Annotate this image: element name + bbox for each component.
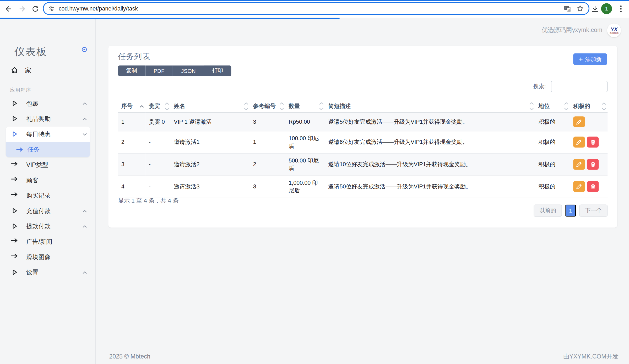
- sidebar-home-label: 家: [25, 67, 31, 74]
- sidebar-item-label: 充值付款: [26, 207, 51, 215]
- sidebar-item-label: VIP类型: [26, 161, 48, 169]
- column-header-label: 地位: [538, 102, 550, 109]
- column-header-参考编号[interactable]: 参考编号: [250, 100, 285, 112]
- cell-ref: 1: [250, 131, 285, 153]
- search-row: 搜索:: [533, 81, 608, 92]
- cell-qty: 1,000.00 印尼盾: [285, 175, 325, 198]
- sidebar-item-广告/新闻[interactable]: 广告/新闻: [0, 234, 96, 249]
- table-row: 2-邀请激活11100.00 印尼盾邀请6位好友完成激活——升级为VIP1并获得…: [118, 131, 608, 153]
- cell-vip: -: [145, 131, 171, 153]
- column-header-简短描述[interactable]: 简短描述: [325, 100, 535, 112]
- column-header-label: 简短描述: [328, 102, 351, 109]
- pagination-previous-button[interactable]: 以前的: [534, 204, 562, 216]
- translate-icon[interactable]: G文: [564, 5, 571, 12]
- sidebar-item-每日特惠[interactable]: 每日特惠: [6, 127, 90, 142]
- delete-button[interactable]: [587, 159, 599, 170]
- sidebar-item-label: 购买记录: [26, 192, 51, 200]
- edit-button[interactable]: [573, 159, 585, 170]
- sidebar-item-顾客[interactable]: 顾客: [0, 173, 96, 188]
- cell-ref: 2: [250, 153, 285, 176]
- download-icon[interactable]: [590, 4, 599, 13]
- url-text: cod.hwymw.net/panel/daily/task: [59, 5, 564, 12]
- sort-icons: [319, 102, 323, 110]
- sidebar-subitem-任务[interactable]: 任务: [6, 142, 90, 157]
- pagination-page-1-button[interactable]: 1: [565, 204, 576, 216]
- edit-button[interactable]: [573, 137, 585, 148]
- sidebar-title: 仪表板: [15, 45, 47, 58]
- column-header-积极的[interactable]: 积极的: [570, 100, 608, 112]
- export-button-pdf[interactable]: PDF: [145, 66, 173, 76]
- cell-actions: [570, 175, 608, 198]
- add-new-button[interactable]: + 添加新: [573, 53, 607, 65]
- sidebar-menu: 包裹礼品奖励每日特惠任务VIP类型顾客购买记录充值付款提款付款广告/新闻滑块图像…: [0, 96, 96, 280]
- column-header-地位[interactable]: 地位: [535, 100, 570, 112]
- cell-no: 2: [118, 131, 145, 153]
- column-header-贵宾[interactable]: 贵宾: [145, 100, 171, 112]
- export-button-json[interactable]: JSON: [173, 66, 204, 76]
- column-header-姓名[interactable]: 姓名: [171, 100, 250, 112]
- sidebar-group-每日特惠: 每日特惠任务: [6, 127, 90, 157]
- search-input[interactable]: [551, 81, 608, 92]
- table-header: 序号贵宾姓名参考编号数量简短描述地位积极的: [118, 100, 608, 112]
- export-button-打印[interactable]: 打印: [204, 66, 231, 76]
- sidebar-item-礼品奖励[interactable]: 礼品奖励: [0, 111, 96, 127]
- plus-icon: +: [579, 56, 583, 63]
- table-header-row: 序号贵宾姓名参考编号数量简短描述地位积极的: [118, 100, 608, 112]
- sidebar-item-label: 设置: [26, 269, 38, 276]
- sidebar-item-home[interactable]: 家: [0, 63, 96, 78]
- cell-vip: -: [145, 175, 171, 198]
- site-settings-icon[interactable]: [48, 5, 55, 12]
- browser-profile-avatar[interactable]: 1: [601, 3, 612, 14]
- chevron-up-icon: [83, 225, 87, 228]
- trash-icon: [590, 183, 596, 189]
- sort-icons: [530, 102, 534, 110]
- pagination-next-button[interactable]: 下一个: [579, 204, 608, 216]
- cell-actions: [570, 112, 608, 131]
- bookmark-star-icon[interactable]: [576, 5, 584, 12]
- sidebar-item-购买记录[interactable]: 购买记录: [0, 188, 96, 203]
- sidebar-pin-icon[interactable]: [81, 46, 87, 52]
- sidebar-item-VIP类型[interactable]: VIP类型: [0, 157, 96, 173]
- edit-button[interactable]: [573, 116, 585, 127]
- cell-desc: 邀请50位好友完成激活——升级为VIP1并获得现金奖励。: [325, 175, 535, 198]
- chevron-down-icon: [83, 133, 87, 136]
- arrow-icon: [11, 161, 18, 166]
- pagination: 以前的 1 下一个: [534, 204, 608, 216]
- address-bar[interactable]: cod.hwymw.net/panel/daily/task G文: [43, 2, 589, 15]
- sidebar-item-label: 包裹: [26, 100, 38, 107]
- sidebar-item-label: 滑块图像: [26, 253, 51, 261]
- page-title: 任务列表: [118, 51, 150, 62]
- table-row: 3-邀请激活22500.00 印尼盾邀请10位好友完成激活——升级为VIP1并获…: [118, 153, 608, 176]
- play-icon: [11, 223, 18, 230]
- sidebar-section-label: 应用程序: [10, 87, 31, 94]
- brand-logo-avatar[interactable]: YX 优选源码库: [607, 23, 621, 37]
- sidebar-item-label: 每日特惠: [26, 131, 51, 138]
- browser-forward-icon[interactable]: [18, 4, 27, 13]
- cell-actions: [570, 131, 608, 153]
- browser-back-icon[interactable]: [4, 4, 13, 13]
- sidebar-item-提款付款[interactable]: 提款付款: [0, 219, 96, 234]
- home-icon: [10, 66, 18, 74]
- sidebar-subitem-label: 任务: [28, 146, 40, 154]
- column-header-序号[interactable]: 序号: [118, 100, 145, 112]
- chevron-up-icon: [83, 271, 87, 274]
- sidebar-item-包裹[interactable]: 包裹: [0, 96, 96, 111]
- sidebar-item-滑块图像[interactable]: 滑块图像: [0, 249, 96, 265]
- export-button-复制[interactable]: 复制: [118, 66, 145, 76]
- delete-button[interactable]: [587, 137, 599, 148]
- browser-reload-icon[interactable]: [31, 4, 40, 13]
- delete-button[interactable]: [587, 181, 599, 192]
- browser-menu-icon[interactable]: [617, 4, 625, 14]
- page: cod.hwymw.net/panel/daily/task G文 1 仪表板: [0, 0, 629, 364]
- cell-qty: Rp50.00: [285, 112, 325, 131]
- table-summary: 显示 1 至 4 条，共 4 条: [118, 197, 178, 204]
- trash-icon: [590, 139, 596, 145]
- cell-desc: 邀请10位好友完成激活——升级为VIP1并获得现金奖励。: [325, 153, 535, 176]
- column-header-label: 参考编号: [253, 102, 276, 109]
- export-button-group: 复制PDFJSON打印: [118, 66, 231, 76]
- column-header-数量[interactable]: 数量: [285, 100, 325, 112]
- sidebar-item-设置[interactable]: 设置: [0, 265, 96, 280]
- cell-status: 积极的: [535, 112, 570, 131]
- sidebar-item-充值付款[interactable]: 充值付款: [0, 203, 96, 219]
- edit-button[interactable]: [573, 181, 585, 192]
